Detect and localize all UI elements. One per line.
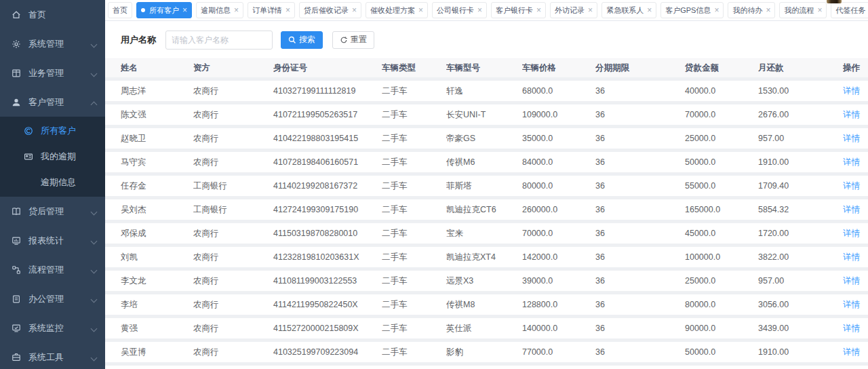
table-cell: 70000.0 <box>522 229 595 238</box>
close-icon[interactable]: × <box>234 6 239 14</box>
user-icon <box>11 97 22 108</box>
tab-贷后催收记录[interactable]: 贷后催收记录× <box>299 2 361 18</box>
sidebar-item[interactable]: 客户管理 <box>0 88 105 117</box>
sidebar-submenu: 所有客户我的逾期逾期信息 <box>0 117 105 197</box>
tab-公司银行卡[interactable]: 公司银行卡× <box>432 2 487 18</box>
op-cell: 详情 <box>843 157 868 168</box>
tab-label: 订单详情 <box>252 5 282 16</box>
close-icon[interactable]: × <box>352 6 357 14</box>
table-cell: 3822.00 <box>758 252 843 262</box>
reset-button[interactable]: 重置 <box>332 31 374 49</box>
sidebar-item[interactable]: 流程管理 <box>0 255 105 284</box>
table-row: 邓保成农商行411503198708280010二手车宝来70000.03645… <box>105 223 868 244</box>
sidebar-subitem[interactable]: 我的逾期 <box>0 144 105 170</box>
op-cell: 详情 <box>843 275 868 287</box>
table-cell: 70000.0 <box>685 110 758 119</box>
tab-我的流程[interactable]: 我的流程× <box>779 2 827 18</box>
tab-催收处理方案[interactable]: 催收处理方案× <box>366 2 428 18</box>
chevron-down-icon <box>92 41 97 47</box>
op-cell: 详情 <box>843 180 868 192</box>
table-cell: 远景X3 <box>446 275 522 287</box>
close-icon[interactable]: × <box>285 6 290 14</box>
close-icon[interactable]: × <box>182 6 187 14</box>
sidebar-item[interactable]: 办公管理 <box>0 284 105 313</box>
table-cell: 260000.0 <box>522 205 595 214</box>
column-header: 分期期限 <box>595 62 685 74</box>
close-icon[interactable]: × <box>766 6 770 14</box>
table-cell: 二手车 <box>382 275 446 287</box>
table-cell: 帝豪GS <box>446 133 522 144</box>
search-icon <box>288 36 296 44</box>
table-cell: 轩逸 <box>446 85 522 97</box>
table-cell: 陈文强 <box>121 109 193 121</box>
table-cell: 36 <box>595 181 685 191</box>
table-cell: 传祺M8 <box>446 299 522 311</box>
table-cell: 3056.00 <box>758 300 843 309</box>
close-icon[interactable]: × <box>647 6 652 14</box>
avatar[interactable] <box>827 0 842 3</box>
detail-link[interactable]: 详情 <box>843 86 860 96</box>
sidebar-subitem[interactable]: 逾期信息 <box>0 170 105 195</box>
detail-link[interactable]: 详情 <box>843 157 860 167</box>
customer-table: 姓名资方身份证号车辆类型车辆型号车辆价格分期期限贷款金额月还款操作周志洋农商行4… <box>105 59 868 369</box>
close-icon[interactable]: × <box>477 6 482 14</box>
search-input[interactable] <box>165 31 273 50</box>
tab-代签任务[interactable]: 代签任务× <box>831 2 868 18</box>
tab-首页[interactable]: 首页 <box>108 2 132 18</box>
table-cell: 二手车 <box>382 299 446 311</box>
column-header: 身份证号 <box>273 62 382 74</box>
search-button[interactable]: 搜索 <box>281 31 323 49</box>
detail-link[interactable]: 详情 <box>843 134 860 143</box>
tab-紧急联系人[interactable]: 紧急联系人× <box>601 2 656 18</box>
detail-link[interactable]: 详情 <box>843 205 860 214</box>
tab-我的待办[interactable]: 我的待办× <box>728 2 775 18</box>
tab-逾期信息[interactable]: 逾期信息× <box>196 2 243 18</box>
op-cell: 详情 <box>843 85 868 97</box>
table-cell: 周志洋 <box>121 85 193 97</box>
detail-link[interactable]: 详情 <box>843 181 860 191</box>
sidebar-item[interactable]: 系统管理 <box>0 29 105 58</box>
tab-所有客户[interactable]: 所有客户× <box>136 2 192 18</box>
detail-link[interactable]: 详情 <box>843 252 860 262</box>
close-icon[interactable]: × <box>536 6 541 14</box>
sidebar-item[interactable]: 报表统计 <box>0 226 105 255</box>
table-cell: 二手车 <box>382 133 446 144</box>
chevron-down-icon <box>92 209 97 214</box>
sidebar-item[interactable]: 系统工具 <box>0 343 105 369</box>
detail-link[interactable]: 详情 <box>843 110 860 119</box>
detail-link[interactable]: 详情 <box>843 347 860 357</box>
table-row: 赵晓卫农商行410422198803195415二手车帝豪GS35000.036… <box>105 128 868 149</box>
table-row: 李文龙农商行411081199003122553二手车远景X339000.036… <box>105 271 868 291</box>
detail-link[interactable]: 详情 <box>843 229 860 238</box>
close-icon[interactable]: × <box>714 6 719 14</box>
close-icon[interactable]: × <box>418 6 423 14</box>
table-cell: 农商行 <box>193 323 273 334</box>
tab-客户GPS信息[interactable]: 客户GPS信息× <box>660 2 724 18</box>
search-field-label: 用户名称 <box>121 34 156 46</box>
table-cell: 411503198708280010 <box>273 229 382 238</box>
op-cell: 详情 <box>843 299 868 311</box>
column-header: 车辆价格 <box>522 62 595 74</box>
sidebar-item[interactable]: 首页 <box>0 0 105 29</box>
sidebar-subitem[interactable]: 所有客户 <box>0 118 105 144</box>
sidebar-item[interactable]: 贷后管理 <box>0 197 105 226</box>
sidebar-item[interactable]: 系统监控 <box>0 313 105 343</box>
table-cell: 36 <box>595 276 685 286</box>
column-header: 车辆型号 <box>446 62 522 74</box>
table-cell: 165000.0 <box>685 205 758 214</box>
sidebar-item[interactable]: 业务管理 <box>0 58 105 88</box>
detail-link[interactable]: 详情 <box>843 300 860 309</box>
tab-客户银行卡[interactable]: 客户银行卡× <box>491 2 546 18</box>
table-cell: 李培 <box>121 299 193 311</box>
table-cell: 二手车 <box>382 85 446 97</box>
detail-link[interactable]: 详情 <box>843 276 860 286</box>
close-icon[interactable]: × <box>588 6 593 14</box>
detail-link[interactable]: 详情 <box>843 324 860 333</box>
table-cell: 36 <box>595 86 685 96</box>
tab-外访记录[interactable]: 外访记录× <box>550 2 597 18</box>
tab-订单详情[interactable]: 订单详情× <box>248 2 295 18</box>
close-icon[interactable]: × <box>817 6 822 14</box>
table-cell: 邓保成 <box>121 228 193 239</box>
refresh-icon <box>340 36 348 44</box>
tab-label: 贷后催收记录 <box>304 5 349 16</box>
